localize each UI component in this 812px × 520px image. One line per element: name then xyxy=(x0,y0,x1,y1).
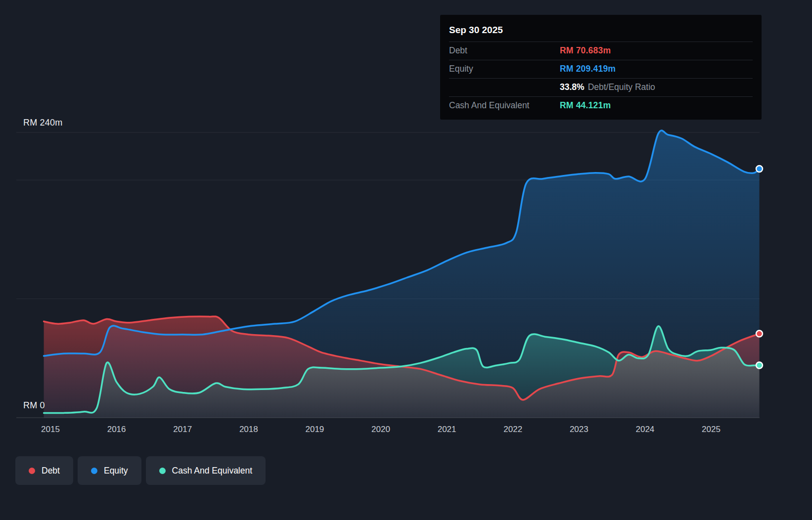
cash-and-equivalent-end-dot xyxy=(756,362,763,368)
tooltip-debt-value: RM 70.683m xyxy=(560,45,611,56)
tooltip-ratio-row: 33.8% Debt/Equity Ratio xyxy=(449,78,753,96)
tooltip-ratio-label: Debt/Equity Ratio xyxy=(588,82,655,92)
y-axis-label-bottom: RM 0 xyxy=(23,400,45,411)
tooltip-cash-label: Cash And Equivalent xyxy=(449,100,560,111)
legend-equity-label: Equity xyxy=(104,466,128,476)
legend-debt-label: Debt xyxy=(42,466,60,476)
legend-item-debt[interactable]: Debt xyxy=(15,456,73,485)
tooltip-cash-value: RM 44.121m xyxy=(560,100,611,111)
legend-cash-label: Cash And Equivalent xyxy=(172,466,252,476)
tooltip-equity-label: Equity xyxy=(449,64,560,74)
legend-item-equity[interactable]: Equity xyxy=(78,456,141,485)
tooltip-ratio-value: 33.8% xyxy=(560,82,585,92)
y-axis-label-top: RM 240m xyxy=(23,118,62,128)
tooltip-date: Sep 30 2025 xyxy=(449,19,753,42)
tooltip-cash-row: Cash And Equivalent RM 44.121m xyxy=(449,96,753,115)
legend: Debt Equity Cash And Equivalent xyxy=(15,456,266,485)
tooltip-equity-value: RM 209.419m xyxy=(560,64,616,74)
equity-legend-dot-icon xyxy=(91,468,97,474)
tooltip-equity-row: Equity RM 209.419m xyxy=(449,60,753,78)
cash-legend-dot-icon xyxy=(159,468,166,474)
chart-tooltip: Sep 30 2025 Debt RM 70.683m Equity RM 20… xyxy=(440,15,762,120)
debt-legend-dot-icon xyxy=(29,468,35,474)
debt-equity-history-chart-page: RM 240m RM 0 201520162017201820192020202… xyxy=(0,0,812,520)
tooltip-debt-label: Debt xyxy=(449,45,560,56)
equity-end-dot xyxy=(756,166,763,172)
legend-item-cash[interactable]: Cash And Equivalent xyxy=(146,456,266,485)
tooltip-debt-row: Debt RM 70.683m xyxy=(449,42,753,60)
debt-end-dot xyxy=(756,331,763,337)
